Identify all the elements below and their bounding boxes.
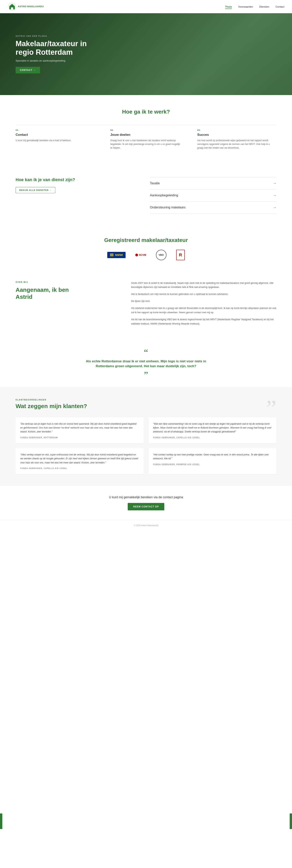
- arrow-icon-taxatie: →: [273, 181, 277, 185]
- step-2-text: Graag hoor ik voor u kan betekenen als t…: [110, 139, 182, 150]
- quote-text: Als echte Rotterdamse draai ik er niet o…: [78, 359, 214, 369]
- nav-links: Thuis Voorwaarden Diensten Contact: [225, 5, 284, 8]
- over-left: OVER MIJ Aangenaam, ik ben Astrid: [15, 281, 119, 329]
- diensten-right: Taxatie → Aankoopbegeleiding → Ondersteu…: [150, 177, 277, 214]
- nav-contact[interactable]: Contact: [275, 5, 284, 8]
- hero-content: ASTRID VAN DER PLOEG Makelaar/taxateur i…: [0, 35, 102, 73]
- nav-voorwaarden[interactable]: Voorwaarden: [238, 5, 253, 8]
- reviews-grid: "De verkoop van je eigen huis is niet ni…: [15, 417, 277, 474]
- scvm-text: SCVM: [139, 253, 146, 256]
- cta-section: U kunt mij gemakkelijk bereiken via de c…: [0, 486, 292, 520]
- over-para-5: Als lid van de branchevereniging VBO ben…: [131, 317, 277, 326]
- how-section: Hoe ga ik te werk? 01. Contact U kunt mi…: [0, 95, 292, 165]
- logo-icon: [8, 2, 17, 11]
- review-author-3: FUNDA GEBRUIKER, CAPELLE A/D IJSSEL: [20, 467, 139, 469]
- taxateur-logo: R: [176, 250, 185, 260]
- step-1-title: Contact: [15, 133, 95, 137]
- step-2: 02. Jouw doelen Graag hoor ik voor u kan…: [103, 125, 190, 154]
- dienst-aankoop[interactable]: Aankoopbegeleiding →: [150, 189, 277, 202]
- step-1-number: 01.: [15, 129, 95, 131]
- dienst-ondersteuning[interactable]: Ondersteuning makelaars →: [150, 202, 277, 214]
- over-title: Aangenaam, ik ben Astrid: [15, 286, 119, 300]
- reviews-title: Wat zeggen mijn klanten?: [15, 403, 277, 409]
- quote-section: “ Als echte Rotterdamse draai ik er niet…: [0, 341, 292, 387]
- quote-mark-close: ”: [15, 373, 277, 377]
- nwwi-bars-icon: [110, 254, 113, 256]
- reviews-label: KLANTBEOORDELINGEN: [15, 399, 277, 401]
- review-text-1: "De verkoop van je eigen huis is niet ni…: [20, 422, 139, 434]
- dienst-ondersteuning-label: Ondersteuning makelaars: [150, 206, 186, 209]
- over-para-2: Het is fantastisch om mijn kennis te kun…: [131, 292, 277, 297]
- review-text-4: "Het contact verliep op een heel prettig…: [153, 453, 272, 461]
- nav-diensten[interactable]: Diensten: [259, 5, 269, 8]
- logo-text: ASTRID MAKELAARDIJ: [18, 5, 44, 8]
- over-para-3: De lijnen zijn kort.: [131, 299, 277, 304]
- nwwi-text: NWWI: [115, 253, 123, 256]
- quote-mark-open: “: [15, 350, 277, 355]
- steps-grid: 01. Contact U kunt mij gemakkelijk berei…: [15, 125, 277, 154]
- review-author-4: FUNDA GEBRUIKER, KRIMPER A/D IJSSEL: [153, 463, 272, 466]
- taxateur-badge: R: [176, 250, 185, 260]
- over-label: OVER MIJ: [15, 281, 119, 283]
- dienst-taxatie-label: Taxatie: [150, 182, 160, 185]
- over-para-1: Sinds 2007 ben ik actief in de makelaard…: [131, 281, 277, 290]
- footer-text: © 2020 Astrid Makelaardij: [15, 524, 277, 527]
- vbo-badge: VBO: [156, 250, 166, 260]
- over-section: OVER MIJ Aangenaam, ik ben Astrid Sinds …: [0, 270, 292, 341]
- nwwi-bar-3: [110, 255, 113, 256]
- dienst-aankoop-label: Aankoopbegeleiding: [150, 194, 178, 197]
- cta-text: U kunt mij gemakkelijk bereiken via de c…: [15, 496, 277, 499]
- reviews-quote-decoration: ”: [266, 397, 277, 420]
- review-author-2: FUNDA GEBRUIKER, CAPELLE A/D IJSSEL: [153, 437, 272, 439]
- step-3-text: Uw huis wordt op professionele wijze get…: [197, 139, 277, 150]
- vbo-logo: VBO: [156, 250, 166, 260]
- scvm-logo: SCVM: [135, 250, 146, 260]
- logo[interactable]: ASTRID MAKELAARDIJ: [8, 2, 44, 11]
- nwwi-bar-1: [110, 254, 113, 254]
- how-title: Hoe ga ik te werk?: [15, 109, 277, 115]
- over-para-4: Als startend ondernemer ben ik u graag v…: [131, 306, 277, 315]
- diensten-section: Hoe kan ik je van dienst zijn? BEKIJK AL…: [0, 165, 292, 225]
- diensten-title: Hoe kan ik je van dienst zijn?: [15, 177, 142, 182]
- taxateur-text: R: [179, 252, 182, 257]
- cta-button[interactable]: Neem contact op: [128, 503, 164, 510]
- arrow-icon-aankoop: →: [273, 193, 277, 197]
- registered-title: Geregistreerd makelaar/taxateur: [15, 237, 277, 243]
- step-2-title: Jouw doelen: [110, 133, 182, 137]
- over-right: Sinds 2007 ben ik actief in de makelaard…: [131, 281, 277, 329]
- svg-rect-1: [11, 8, 13, 9]
- scvm-badge: SCVM: [135, 253, 146, 256]
- nwwi-bar-2: [110, 255, 113, 255]
- vbo-text: VBO: [159, 254, 164, 256]
- review-text-3: "Alles verliep soepel en vlot, super ent…: [20, 453, 139, 465]
- step-2-number: 02.: [110, 129, 182, 131]
- review-card-2: "Wat een fijne samenwerking! Van te vore…: [148, 417, 277, 443]
- step-3: 03. Succes Uw huis wordt op professionel…: [189, 125, 277, 154]
- review-card-4: "Het contact verliep op een heel prettig…: [148, 448, 277, 474]
- bekijk-alle-button[interactable]: BEKIJK ALLE DIENSTEN →: [15, 187, 55, 193]
- logos-row: NWWI SCVM VBO R: [15, 250, 277, 260]
- review-card-3: "Alles verliep soepel en vlot, super ent…: [15, 448, 144, 474]
- review-author-1: FUNDA GEBRUIKER, ROTTERDAM: [20, 437, 139, 439]
- review-card-1: "De verkoop van je eigen huis is niet ni…: [15, 417, 144, 443]
- nwwi-logo: NWWI: [107, 250, 126, 260]
- step-1-text: U kunt mij gemakkelijk bereiken via e-ma…: [15, 139, 95, 143]
- arrow-icon-ondersteuning: →: [273, 206, 277, 210]
- hero-name-label: ASTRID VAN DER PLOEG: [15, 35, 87, 37]
- registered-section: Geregistreerd makelaar/taxateur NWWI SCV…: [0, 225, 292, 270]
- nav-thuis[interactable]: Thuis: [225, 5, 232, 9]
- diensten-left: Hoe kan ik je van dienst zijn? BEKIJK AL…: [15, 177, 142, 193]
- navigation: ASTRID MAKELAARDIJ Thuis Voorwaarden Die…: [0, 0, 292, 13]
- dienst-taxatie[interactable]: Taxatie →: [150, 177, 277, 189]
- footer: © 2020 Astrid Makelaardij: [0, 520, 292, 530]
- hero-section: ASTRID VAN DER PLOEG Makelaar/taxateur i…: [0, 13, 292, 95]
- step-1: 01. Contact U kunt mij gemakkelijk berei…: [15, 125, 103, 154]
- review-text-2: "Wat een fijne samenwerking! Van te vore…: [153, 422, 272, 434]
- nwwi-badge: NWWI: [107, 252, 126, 258]
- step-3-number: 03.: [197, 129, 277, 131]
- reviews-section: ” KLANTBEOORDELINGEN Wat zeggen mijn kla…: [0, 387, 292, 486]
- hero-description: Specialist in taxaties en aankoopbegelei…: [15, 59, 87, 62]
- scvm-dot-icon: [135, 254, 138, 256]
- hero-contact-button[interactable]: CONTACT →: [15, 67, 40, 73]
- step-3-title: Succes: [197, 133, 277, 137]
